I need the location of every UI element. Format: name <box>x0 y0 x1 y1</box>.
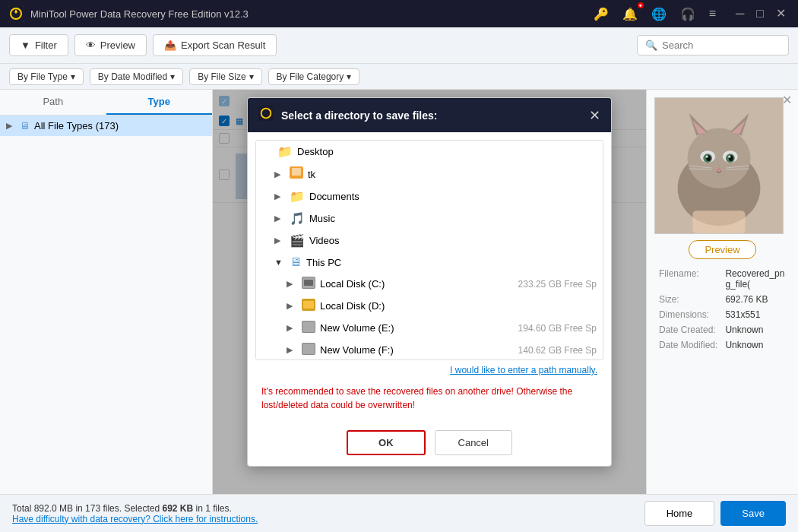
status-text: Total 892.0 MB in 173 files. Selected 69… <box>12 503 258 514</box>
dimensions-label: Dimensions: <box>656 308 720 321</box>
selected-bold: 692 KB <box>162 503 193 514</box>
file-type-label: By File Type <box>17 71 68 82</box>
user-folder-icon <box>290 166 303 182</box>
help-link[interactable]: Have difficulty with data recovery? Clic… <box>12 514 258 524</box>
folder-disk-f-label: New Volume (F:) <box>320 344 514 356</box>
export-button[interactable]: 📤 Export Scan Result <box>153 34 277 56</box>
filename-value: Recovered_png_file( <box>722 267 789 291</box>
svg-rect-43 <box>692 211 745 233</box>
selected-text: in 1 files. <box>193 503 232 514</box>
filter-file-type[interactable]: By File Type ▾ <box>9 68 84 85</box>
filter-date-modified[interactable]: By Date Modified ▾ <box>90 68 183 85</box>
preview-button-right[interactable]: Preview <box>689 240 755 259</box>
size-label: Size: <box>656 293 720 306</box>
tab-path[interactable]: Path <box>0 90 106 115</box>
close-button[interactable]: ✕ <box>771 0 790 27</box>
folder-tk[interactable]: ▶ tk <box>256 163 603 185</box>
folder-videos[interactable]: ▶ 🎬 Videos <box>256 230 603 252</box>
video-folder-icon: 🎬 <box>290 233 305 248</box>
close-panel-button[interactable]: ✕ <box>782 93 792 107</box>
ok-button[interactable]: OK <box>347 430 426 455</box>
preview-image <box>654 97 784 234</box>
expand-arrow-f: ▶ <box>287 345 297 355</box>
folder-disk-d[interactable]: ▶ Local Disk (D:) <box>256 295 603 317</box>
disk-c-space: 233.25 GB Free Sp <box>518 279 597 290</box>
filterbar: By File Type ▾ By Date Modified ▾ By Fil… <box>0 64 798 90</box>
folder-disk-e[interactable]: ▶ New Volume (E:) 194.60 GB Free Sp <box>256 317 603 339</box>
chevron-down-icon2: ▾ <box>170 71 175 82</box>
tab-type[interactable]: Type <box>106 90 213 115</box>
computer-icon: 🖥 <box>20 120 30 131</box>
size-value: 692.76 KB <box>722 293 789 306</box>
app-logo: MiniTool Power Data Recovery Free Editio… <box>8 5 589 22</box>
dialog-body: 📁 Desktop ▶ tk ▶ <box>248 132 611 424</box>
titlebar: MiniTool Power Data Recovery Free Editio… <box>0 0 798 27</box>
globe-icon[interactable]: 🌐 <box>647 5 671 23</box>
filter-label: Filter <box>35 40 57 51</box>
bell-icon[interactable]: 🔔● <box>618 5 642 23</box>
cancel-button[interactable]: Cancel <box>435 430 512 455</box>
tree-item-label: All File Types (173) <box>34 120 119 131</box>
disk-c-icon <box>302 277 315 291</box>
expand-arrow-music: ▶ <box>274 214 285 223</box>
folder-disk-c-label: Local Disk (C:) <box>320 278 514 290</box>
size-row: Size: 692.76 KB <box>656 293 789 306</box>
dialog-close-button[interactable]: ✕ <box>589 107 600 124</box>
disk-f-space: 140.62 GB Free Sp <box>518 345 597 356</box>
desktop-folder-icon: 📁 <box>277 144 293 159</box>
dialog-overlay: Select a directory to save files: ✕ 📁 De… <box>213 90 646 494</box>
save-directory-dialog: Select a directory to save files: ✕ 📁 De… <box>247 97 612 467</box>
manual-path-link[interactable]: I would like to enter a path manually. <box>255 360 603 380</box>
folder-desktop[interactable]: 📁 Desktop <box>256 141 603 163</box>
filter-file-size[interactable]: By File Size ▾ <box>189 68 261 85</box>
file-size-label: By File Size <box>198 71 245 82</box>
svg-point-37 <box>728 156 730 158</box>
disk-f-icon <box>302 343 315 357</box>
preview-label: Preview <box>100 40 135 51</box>
left-panel: Path Type ▶ 🖥 All File Types (173) <box>0 90 213 494</box>
file-category-label: By File Category <box>277 71 344 82</box>
folder-documents[interactable]: ▶ 📁 Documents <box>256 185 603 207</box>
folder-disk-e-label: New Volume (E:) <box>320 322 514 334</box>
toolbar: ▼ Filter 👁 Preview 📤 Export Scan Result … <box>0 27 798 64</box>
expand-arrow-docs: ▶ <box>274 192 285 201</box>
folder-tree[interactable]: 📁 Desktop ▶ tk ▶ <box>255 140 603 360</box>
file-info: Filename: Recovered_png_file( Size: 692.… <box>654 265 790 353</box>
dimensions-value: 531x551 <box>722 308 789 321</box>
status-buttons: Home Save <box>644 501 786 526</box>
folder-this-pc[interactable]: ▼ 🖥 This PC <box>256 252 603 273</box>
preview-button[interactable]: 👁 Preview <box>74 34 147 56</box>
filter-button[interactable]: ▼ Filter <box>9 34 68 56</box>
home-button[interactable]: Home <box>644 501 715 526</box>
headphone-icon[interactable]: 🎧 <box>676 5 700 23</box>
date-created-label: Date Created: <box>656 323 720 337</box>
folder-disk-c[interactable]: ▶ Local Disk (C:) 233.25 GB Free Sp <box>256 273 603 295</box>
pc-icon: 🖥 <box>290 255 302 269</box>
filter-icon: ▼ <box>21 40 30 51</box>
maximize-button[interactable]: □ <box>752 0 768 27</box>
panel-tabs: Path Type <box>0 90 212 116</box>
dialog-header: Select a directory to save files: ✕ <box>248 98 611 132</box>
tree-item-all-file-types[interactable]: ▶ 🖥 All File Types (173) <box>0 116 212 136</box>
expand-arrow-c: ▶ <box>287 279 297 289</box>
status-info: Total 892.0 MB in 173 files. Selected 69… <box>12 503 258 524</box>
disk-e-icon <box>302 321 315 335</box>
docs-folder-icon: 📁 <box>290 189 305 204</box>
search-icon: 🔍 <box>645 40 657 51</box>
filter-file-category[interactable]: By File Category ▾ <box>268 68 360 85</box>
minimize-button[interactable]: ─ <box>731 0 749 27</box>
menu-icon[interactable]: ≡ <box>705 5 720 22</box>
filename-label: Filename: <box>656 267 720 291</box>
folder-disk-f[interactable]: ▶ New Volume (F:) 140.62 GB Free Sp <box>256 339 603 360</box>
app-icon <box>8 5 24 22</box>
date-modified-label: By Date Modified <box>98 71 167 82</box>
window-controls: ─ □ ✕ <box>731 0 790 27</box>
expand-arrow-e: ▶ <box>287 323 297 333</box>
search-input[interactable] <box>662 40 781 51</box>
svg-point-36 <box>706 156 708 158</box>
save-button[interactable]: Save <box>720 501 786 526</box>
expand-arrow-videos: ▶ <box>274 236 285 245</box>
total-text: Total 892.0 MB in 173 files. Selected <box>12 503 162 514</box>
key-icon[interactable]: 🔑 <box>589 5 613 23</box>
folder-music[interactable]: ▶ 🎵 Music <box>256 207 603 230</box>
